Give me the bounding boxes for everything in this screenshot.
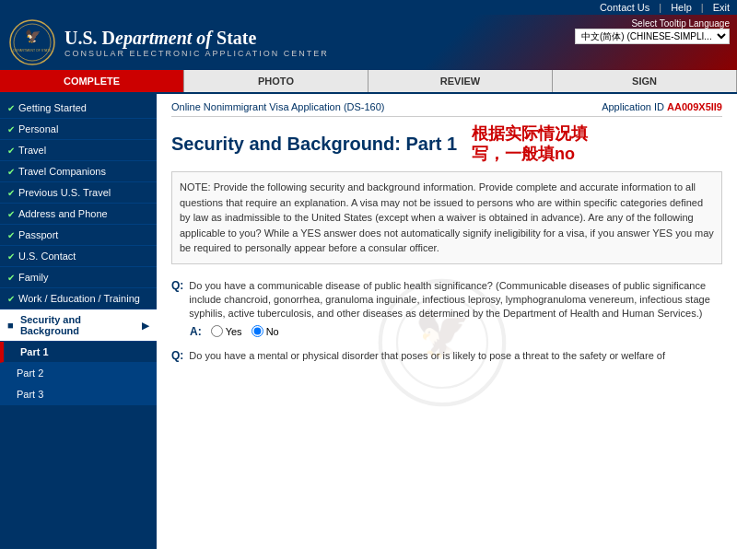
check-icon: ✔ <box>7 209 15 219</box>
question-1: Q: Do you have a communicable disease of… <box>171 279 722 338</box>
sidebar-item-us-contact[interactable]: ✔ U.S. Contact <box>0 246 157 267</box>
help-link[interactable]: Help <box>671 2 692 13</box>
seal-icon: 🦅 DEPARTMENT OF STATE <box>9 19 55 65</box>
header-text: U.S. Department of State CONSULAR ELECTR… <box>64 28 329 58</box>
arrow-icon: ▶ <box>142 321 149 331</box>
q1-no-radio[interactable] <box>252 325 263 337</box>
sidebar-item-security-background[interactable]: ■ Security and Background ▶ <box>0 309 157 342</box>
sidebar-item-getting-started[interactable]: ✔ Getting Started <box>0 98 157 119</box>
check-icon: ✔ <box>7 146 15 156</box>
tooltip-language-selector: Select Tooltip Language 中文(简体) (CHINESE-… <box>575 18 730 44</box>
sidebar-item-part2[interactable]: Part 2 <box>0 363 157 384</box>
content-area: Online Nonimmigrant Visa Application (DS… <box>157 94 737 549</box>
q1-answer-row: A: Yes No <box>171 325 722 338</box>
center-subtitle: CONSULAR ELECTRONIC APPLICATION CENTER <box>64 49 329 58</box>
department-title: U.S. Department of State <box>64 28 329 49</box>
check-icon: ✔ <box>7 230 15 240</box>
q1-yes-radio[interactable] <box>211 325 223 337</box>
q1-text: Do you have a communicable disease of pu… <box>189 279 722 321</box>
svg-text:🦅: 🦅 <box>25 29 41 44</box>
sidebar-item-personal[interactable]: ✔ Personal <box>0 119 157 140</box>
nav-tabs: COMPLETE PHOTO REVIEW SIGN <box>0 70 737 94</box>
svg-text:DEPARTMENT OF STATE: DEPARTMENT OF STATE <box>13 49 52 52</box>
q2-label: Q: <box>171 349 183 363</box>
check-icon: ✔ <box>7 273 15 283</box>
note-text: NOTE: Provide the following security and… <box>180 181 714 253</box>
check-icon: ✔ <box>7 251 15 262</box>
check-icon: ✔ <box>7 124 15 134</box>
check-icon: ✔ <box>7 167 15 177</box>
language-select[interactable]: 中文(简体) (CHINESE-SIMPLI... <box>575 29 730 44</box>
main-layout: ✔ Getting Started ✔ Personal ✔ Travel ✔ … <box>0 94 737 549</box>
tooltip-label: Select Tooltip Language <box>575 18 730 29</box>
annotation-text: 根据实际情况填 写，一般填no <box>472 124 588 164</box>
app-id-bar: Online Nonimmigrant Visa Application (DS… <box>171 101 722 117</box>
contact-link[interactable]: Contact Us <box>600 2 649 13</box>
tab-sign[interactable]: SIGN <box>553 70 737 92</box>
check-icon: ✔ <box>7 188 15 198</box>
tab-photo[interactable]: PHOTO <box>184 70 368 92</box>
check-icon: ✔ <box>7 294 15 304</box>
sidebar: ✔ Getting Started ✔ Personal ✔ Travel ✔ … <box>0 94 157 549</box>
sidebar-item-travel[interactable]: ✔ Travel <box>0 140 157 161</box>
tab-review[interactable]: REVIEW <box>368 70 553 92</box>
tab-complete[interactable]: COMPLETE <box>0 70 184 92</box>
sidebar-item-part3[interactable]: Part 3 <box>0 384 157 405</box>
note-box: NOTE: Provide the following security and… <box>171 171 722 264</box>
q2-text: Do you have a mental or physical disorde… <box>189 349 665 363</box>
sidebar-item-address-phone[interactable]: ✔ Address and Phone <box>0 204 157 225</box>
question-2: Q: Do you have a mental or physical diso… <box>171 349 722 363</box>
header: 🦅 DEPARTMENT OF STATE U.S. Department of… <box>0 15 737 70</box>
q1-label: Q: <box>171 279 183 321</box>
sidebar-item-family[interactable]: ✔ Family <box>0 267 157 288</box>
sidebar-item-part1[interactable]: Part 1 <box>0 342 157 363</box>
q1-yes-option[interactable]: Yes <box>211 325 242 337</box>
app-id-value: AA009X5II9 <box>667 101 722 112</box>
breadcrumb: Online Nonimmigrant Visa Application (DS… <box>171 101 385 112</box>
exit-link[interactable]: Exit <box>713 2 730 13</box>
q1-no-option[interactable]: No <box>252 325 279 337</box>
app-id-row: Application ID AA009X5II9 <box>602 101 722 112</box>
sidebar-item-passport[interactable]: ✔ Passport <box>0 225 157 246</box>
q1-radio-group: Yes No <box>211 325 279 337</box>
sidebar-item-travel-companions[interactable]: ✔ Travel Companions <box>0 161 157 182</box>
a1-label: A: <box>190 325 202 338</box>
check-icon: ✔ <box>7 103 15 113</box>
sidebar-item-previous-us-travel[interactable]: ✔ Previous U.S. Travel <box>0 182 157 204</box>
sidebar-item-work-education[interactable]: ✔ Work / Education / Training <box>0 288 157 309</box>
page-title: Security and Background: Part 1 <box>171 134 457 155</box>
page-title-row: Security and Background: Part 1 根据实际情况填 … <box>171 124 722 164</box>
top-bar: Contact Us | Help | Exit <box>0 0 737 15</box>
